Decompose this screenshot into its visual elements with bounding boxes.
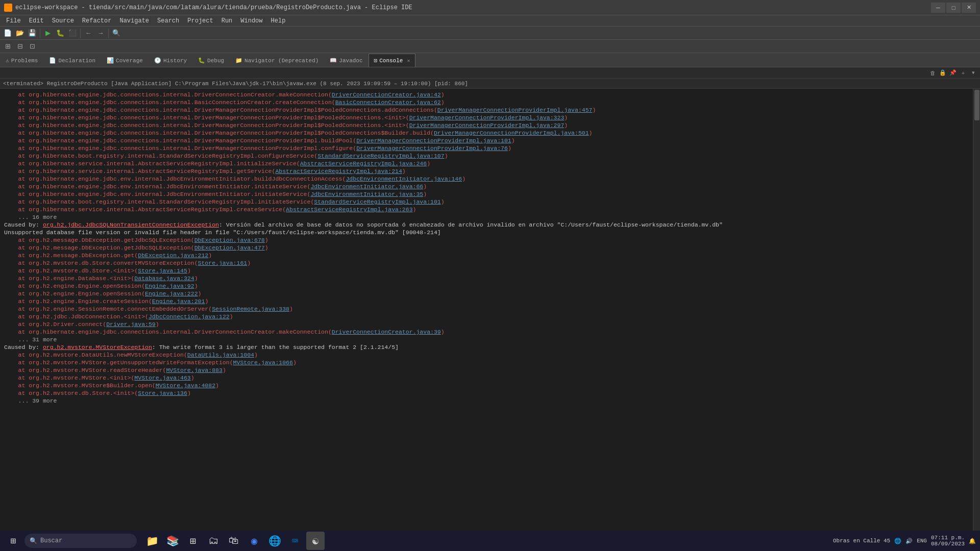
taskbar-notification-text: Obras en Calle 45 [833, 538, 890, 544]
caused-by-2: Caused by: org.h2.mvstore.MVStoreExcepti… [4, 343, 976, 351]
window-controls: ─ □ ✕ [931, 3, 976, 13]
cb1-line-1: at org.h2.message.DbException.getJdbcSQL… [4, 236, 976, 244]
console-pin-btn[interactable]: 📌 [948, 68, 958, 78]
tab-console[interactable]: ⊡ Console ✕ [369, 54, 416, 67]
app-icon [4, 4, 12, 12]
maximize-button[interactable]: □ [946, 3, 961, 13]
stack-line-9: at org.hibernate.boot.registry.internal.… [4, 152, 976, 160]
cb1-line-3: at org.h2.message.DbException.get(DbExce… [4, 252, 976, 259]
declaration-icon: 📄 [49, 57, 56, 64]
taskbar-app-files[interactable]: 🗂 [204, 532, 223, 550]
toolbar-new[interactable]: 📄 [2, 28, 13, 39]
tab-navigator[interactable]: 📁 Navigator (Deprecated) [230, 54, 324, 67]
menu-project[interactable]: Project [183, 16, 217, 26]
taskbar-right-area: Obras en Calle 45 🌐 🔊 ENG 07:11 p.m. 08/… [833, 535, 976, 547]
toolbar-open[interactable]: 📂 [14, 28, 26, 39]
tab-coverage[interactable]: 📊 Coverage [101, 54, 149, 67]
more-line-2: ... 31 more [4, 336, 976, 343]
toolbar-save[interactable]: 💾 [27, 28, 38, 39]
toolbar2-btn2[interactable]: ⊟ [14, 41, 26, 52]
tab-console-label: Console [379, 58, 403, 64]
cb1-line-7: at org.h2.engine.Engine.openSession(Engi… [4, 282, 976, 290]
cb2-line-6: at org.h2.mvstore.db.Store.<init>(Store.… [4, 389, 976, 397]
menu-run[interactable]: Run [217, 16, 237, 26]
toolbar2-btn1[interactable]: ⊞ [2, 41, 13, 52]
toolbar-back[interactable]: ← [83, 28, 94, 39]
menu-search[interactable]: Search [153, 16, 183, 26]
stack-line-11: at org.hibernate.service.internal.Abstra… [4, 167, 976, 175]
taskbar-app-store[interactable]: 🛍 [225, 532, 243, 550]
cb1-line-12: at org.h2.Driver.connect(Driver.java:59) [4, 320, 976, 328]
console-header: <terminated> RegistroDeProducto [Java Ap… [0, 79, 980, 89]
console-header-text: <terminated> RegistroDeProducto [Java Ap… [3, 81, 468, 87]
console-toolbar: 🗑 🔒 📌 + ▾ [0, 67, 980, 79]
problems-icon: ⚠ [6, 57, 9, 64]
tab-history[interactable]: 🕐 History [149, 54, 192, 67]
taskbar-app-books[interactable]: 📚 [163, 532, 182, 550]
taskbar-app-vscode[interactable]: ⌨ [286, 532, 304, 550]
console-scroll-lock-btn[interactable]: 🔒 [938, 68, 947, 78]
taskbar-apps: 📁 📚 ⊞ 🗂 🛍 ◉ 🌐 ⌨ ☯ [143, 532, 325, 550]
menu-bar: File Edit Source Refactor Navigate Searc… [0, 15, 980, 27]
toolbar-run[interactable]: ▶ [42, 28, 54, 39]
tab-console-close[interactable]: ✕ [407, 58, 410, 64]
taskbar-search[interactable]: 🔍 Buscar [24, 534, 137, 548]
cb1-line-6: at org.h2.engine.Database.<init>(Databas… [4, 274, 976, 282]
toolbar-search[interactable]: 🔍 [111, 28, 122, 39]
toolbar2-btn3[interactable]: ⊡ [27, 41, 38, 52]
stack-line-10: at org.hibernate.service.internal.Abstra… [4, 160, 976, 167]
speaker-icon: 🔊 [905, 538, 913, 544]
tab-declaration[interactable]: 📄 Declaration [43, 54, 101, 67]
toolbar-forward[interactable]: → [95, 28, 106, 39]
stack-line-12: at org.hibernate.engine.jdbc.env.interna… [4, 175, 976, 183]
close-button[interactable]: ✕ [962, 3, 976, 13]
taskbar-app-eclipse[interactable]: ☯ [306, 532, 325, 550]
tab-debug-label: Debug [207, 58, 224, 64]
window-title: eclipse-workspace - tienda/src/main/java… [15, 4, 931, 11]
stack-line-7: at org.hibernate.engine.jdbc.connections… [4, 137, 976, 144]
scroll-thumb[interactable] [974, 90, 979, 120]
taskbar-date-value: 08/09/2023 [931, 541, 965, 547]
menu-help[interactable]: Help [267, 16, 290, 26]
start-button[interactable]: ⊞ [4, 532, 22, 550]
console-new-btn[interactable]: + [959, 68, 968, 78]
taskbar-app-explorer[interactable]: 📁 [143, 532, 161, 550]
cb2-line-4: at org.h2.mvstore.MVStore.<init>(MVStore… [4, 374, 976, 382]
tabs-bar: ⚠ Problems 📄 Declaration 📊 Coverage 🕐 Hi… [0, 53, 980, 67]
windows-taskbar: ⊞ 🔍 Buscar 📁 📚 ⊞ 🗂 🛍 ◉ 🌐 ⌨ ☯ Obras en Ca… [0, 531, 980, 551]
coverage-icon: 📊 [107, 57, 114, 64]
console-view-menu-btn[interactable]: ▾ [969, 68, 978, 78]
menu-refactor[interactable]: Refactor [78, 16, 116, 26]
vertical-scrollbar[interactable] [973, 89, 980, 531]
stack-line-15: at org.hibernate.boot.registry.internal.… [4, 198, 976, 206]
tab-problems[interactable]: ⚠ Problems [0, 54, 43, 67]
tab-debug[interactable]: 🐛 Debug [192, 54, 230, 67]
stack-line-4: at org.hibernate.engine.jdbc.connections… [4, 114, 976, 121]
minimize-button[interactable]: ─ [931, 3, 945, 13]
taskbar-app-edge[interactable]: 🌐 [265, 532, 284, 550]
menu-file[interactable]: File [2, 16, 25, 26]
notification-icon[interactable]: 🔔 [969, 538, 976, 544]
menu-source[interactable]: Source [48, 16, 78, 26]
taskbar-app-chrome[interactable]: ◉ [245, 532, 263, 550]
cb2-line-5: at org.h2.mvstore.MVStore$Builder.open(M… [4, 382, 976, 389]
stack-line-6: at org.hibernate.engine.jdbc.connections… [4, 129, 976, 137]
navigator-icon: 📁 [235, 57, 242, 64]
console-clear-btn[interactable]: 🗑 [928, 68, 937, 78]
stack-line-16: at org.hibernate.service.internal.Abstra… [4, 206, 976, 213]
taskbar-app-task-view[interactable]: ⊞ [184, 532, 202, 550]
toolbar-debug[interactable]: 🐛 [55, 28, 66, 39]
cb1-line-13: at org.hibernate.engine.jdbc.connections… [4, 328, 976, 336]
cb1-line-9: at org.h2.engine.Engine.createSession(En… [4, 297, 976, 305]
menu-window[interactable]: Window [236, 16, 266, 26]
cb2-line-3: at org.h2.mvstore.MVStore.readStoreHeade… [4, 366, 976, 374]
stack-line-3: at org.hibernate.engine.jdbc.connections… [4, 106, 976, 114]
toolbar-stop[interactable]: ⬛ [67, 28, 78, 39]
more-line-1: ... 16 more [4, 213, 976, 221]
stack-line-13: at org.hibernate.engine.jdbc.env.interna… [4, 183, 976, 190]
language-indicator: ENG [917, 538, 927, 544]
menu-edit[interactable]: Edit [25, 16, 48, 26]
network-icon: 🌐 [894, 538, 901, 544]
menu-navigate[interactable]: Navigate [115, 16, 153, 26]
tab-javadoc[interactable]: 📖 Javadoc [324, 54, 368, 67]
